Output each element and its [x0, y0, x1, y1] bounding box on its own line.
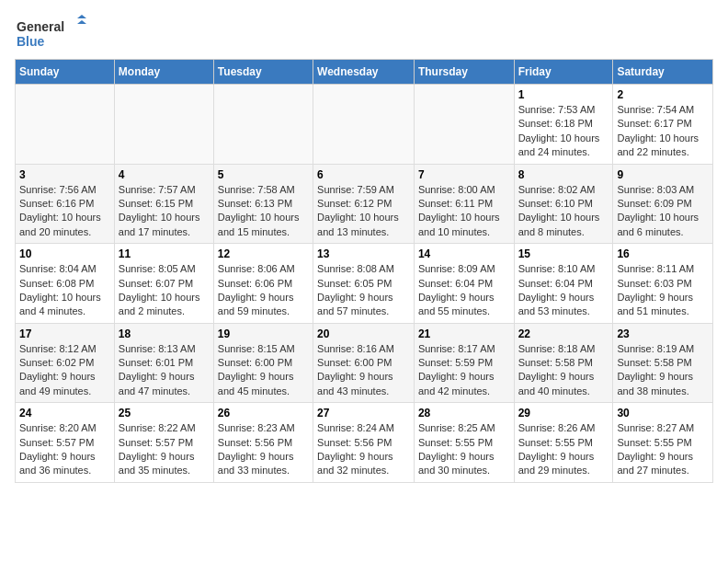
- calendar-cell: 19 Sunrise: 8:15 AM Sunset: 6:00 PM Dayl…: [213, 323, 313, 403]
- logo: General Blue: [15, 15, 88, 52]
- calendar-week-row: 10 Sunrise: 8:04 AM Sunset: 6:08 PM Dayl…: [16, 244, 713, 324]
- calendar-cell: 8 Sunrise: 8:02 AM Sunset: 6:10 PM Dayli…: [514, 164, 613, 244]
- weekday-header: Wednesday: [313, 60, 415, 85]
- calendar-cell: [16, 85, 115, 165]
- day-number: 10: [19, 247, 110, 260]
- calendar-cell: [313, 85, 415, 165]
- calendar-cell: 5 Sunrise: 7:58 AM Sunset: 6:13 PM Dayli…: [213, 164, 313, 244]
- calendar-cell: 25 Sunrise: 8:22 AM Sunset: 5:57 PM Dayl…: [114, 403, 213, 483]
- calendar-cell: 18 Sunrise: 8:13 AM Sunset: 6:01 PM Dayl…: [114, 323, 213, 403]
- day-info: Sunrise: 7:53 AM Sunset: 6:18 PM Dayligh…: [518, 103, 609, 160]
- day-info: Sunrise: 8:17 AM Sunset: 5:59 PM Dayligh…: [418, 342, 510, 399]
- day-info: Sunrise: 8:02 AM Sunset: 6:10 PM Dayligh…: [518, 183, 609, 240]
- calendar-header: SundayMondayTuesdayWednesdayThursdayFrid…: [16, 60, 713, 85]
- weekday-header: Friday: [514, 60, 613, 85]
- calendar-cell: 10 Sunrise: 8:04 AM Sunset: 6:08 PM Dayl…: [16, 244, 115, 324]
- day-info: Sunrise: 8:09 AM Sunset: 6:04 PM Dayligh…: [418, 262, 510, 319]
- day-info: Sunrise: 7:54 AM Sunset: 6:17 PM Dayligh…: [617, 103, 709, 160]
- svg-marker-3: [77, 20, 86, 24]
- calendar-cell: 30 Sunrise: 8:27 AM Sunset: 5:55 PM Dayl…: [613, 403, 713, 483]
- weekday-header: Saturday: [613, 60, 713, 85]
- calendar-cell: 15 Sunrise: 8:10 AM Sunset: 6:04 PM Dayl…: [514, 244, 613, 324]
- calendar-cell: 17 Sunrise: 8:12 AM Sunset: 6:02 PM Dayl…: [16, 323, 115, 403]
- svg-text:Blue: Blue: [17, 34, 45, 49]
- calendar-cell: 24 Sunrise: 8:20 AM Sunset: 5:57 PM Dayl…: [16, 403, 115, 483]
- day-number: 27: [317, 407, 410, 419]
- calendar-cell: 13 Sunrise: 8:08 AM Sunset: 6:05 PM Dayl…: [313, 244, 415, 324]
- day-number: 2: [617, 88, 709, 101]
- weekday-header: Monday: [114, 60, 213, 85]
- day-number: 7: [418, 168, 510, 181]
- day-number: 21: [418, 327, 510, 340]
- day-info: Sunrise: 7:56 AM Sunset: 6:16 PM Dayligh…: [19, 183, 110, 240]
- day-info: Sunrise: 8:12 AM Sunset: 6:02 PM Dayligh…: [19, 342, 110, 399]
- calendar-week-row: 3 Sunrise: 7:56 AM Sunset: 6:16 PM Dayli…: [16, 164, 713, 244]
- day-info: Sunrise: 8:20 AM Sunset: 5:57 PM Dayligh…: [19, 421, 110, 478]
- day-number: 14: [418, 247, 510, 260]
- day-number: 24: [19, 407, 110, 419]
- calendar-cell: 4 Sunrise: 7:57 AM Sunset: 6:15 PM Dayli…: [114, 164, 213, 244]
- weekday-header: Thursday: [414, 60, 514, 85]
- calendar-cell: [114, 85, 213, 165]
- day-info: Sunrise: 8:26 AM Sunset: 5:55 PM Dayligh…: [518, 421, 609, 478]
- calendar-cell: 20 Sunrise: 8:16 AM Sunset: 6:00 PM Dayl…: [313, 323, 415, 403]
- day-number: 8: [518, 168, 609, 181]
- day-number: 16: [617, 247, 709, 260]
- day-info: Sunrise: 8:11 AM Sunset: 6:03 PM Dayligh…: [617, 262, 709, 319]
- day-info: Sunrise: 8:08 AM Sunset: 6:05 PM Dayligh…: [317, 262, 410, 319]
- svg-marker-2: [77, 15, 86, 18]
- calendar-cell: [213, 85, 313, 165]
- day-number: 30: [617, 407, 709, 419]
- weekday-header: Tuesday: [213, 60, 313, 85]
- day-number: 26: [218, 407, 309, 419]
- day-info: Sunrise: 7:58 AM Sunset: 6:13 PM Dayligh…: [218, 183, 309, 240]
- calendar-cell: 27 Sunrise: 8:24 AM Sunset: 5:56 PM Dayl…: [313, 403, 415, 483]
- calendar-cell: 14 Sunrise: 8:09 AM Sunset: 6:04 PM Dayl…: [414, 244, 514, 324]
- calendar-cell: 28 Sunrise: 8:25 AM Sunset: 5:55 PM Dayl…: [414, 403, 514, 483]
- day-info: Sunrise: 8:24 AM Sunset: 5:56 PM Dayligh…: [317, 421, 410, 478]
- day-number: 1: [518, 88, 609, 101]
- calendar-week-row: 17 Sunrise: 8:12 AM Sunset: 6:02 PM Dayl…: [16, 323, 713, 403]
- calendar-table: SundayMondayTuesdayWednesdayThursdayFrid…: [15, 59, 713, 483]
- day-info: Sunrise: 8:18 AM Sunset: 5:58 PM Dayligh…: [518, 342, 609, 399]
- calendar-cell: [414, 85, 514, 165]
- calendar-cell: 11 Sunrise: 8:05 AM Sunset: 6:07 PM Dayl…: [114, 244, 213, 324]
- day-info: Sunrise: 8:15 AM Sunset: 6:00 PM Dayligh…: [218, 342, 309, 399]
- day-number: 23: [617, 327, 709, 340]
- day-number: 19: [218, 327, 309, 340]
- calendar-cell: 16 Sunrise: 8:11 AM Sunset: 6:03 PM Dayl…: [613, 244, 713, 324]
- calendar-cell: 29 Sunrise: 8:26 AM Sunset: 5:55 PM Dayl…: [514, 403, 613, 483]
- day-info: Sunrise: 8:04 AM Sunset: 6:08 PM Dayligh…: [19, 262, 110, 319]
- day-info: Sunrise: 8:13 AM Sunset: 6:01 PM Dayligh…: [119, 342, 210, 399]
- calendar-cell: 3 Sunrise: 7:56 AM Sunset: 6:16 PM Dayli…: [16, 164, 115, 244]
- day-number: 20: [317, 327, 410, 340]
- calendar-cell: 12 Sunrise: 8:06 AM Sunset: 6:06 PM Dayl…: [213, 244, 313, 324]
- day-number: 11: [119, 247, 210, 260]
- calendar-cell: 7 Sunrise: 8:00 AM Sunset: 6:11 PM Dayli…: [414, 164, 514, 244]
- day-number: 9: [617, 168, 709, 181]
- day-info: Sunrise: 8:10 AM Sunset: 6:04 PM Dayligh…: [518, 262, 609, 319]
- day-number: 29: [518, 407, 609, 419]
- day-number: 12: [218, 247, 309, 260]
- day-number: 3: [19, 168, 110, 181]
- day-info: Sunrise: 8:00 AM Sunset: 6:11 PM Dayligh…: [418, 183, 510, 240]
- day-info: Sunrise: 8:23 AM Sunset: 5:56 PM Dayligh…: [218, 421, 309, 478]
- day-number: 15: [518, 247, 609, 260]
- day-info: Sunrise: 8:06 AM Sunset: 6:06 PM Dayligh…: [218, 262, 309, 319]
- calendar-cell: 6 Sunrise: 7:59 AM Sunset: 6:12 PM Dayli…: [313, 164, 415, 244]
- header-row: SundayMondayTuesdayWednesdayThursdayFrid…: [16, 60, 713, 85]
- calendar-cell: 26 Sunrise: 8:23 AM Sunset: 5:56 PM Dayl…: [213, 403, 313, 483]
- day-number: 4: [119, 168, 210, 181]
- day-number: 13: [317, 247, 410, 260]
- calendar-cell: 9 Sunrise: 8:03 AM Sunset: 6:09 PM Dayli…: [613, 164, 713, 244]
- day-number: 28: [418, 407, 510, 419]
- calendar-week-row: 24 Sunrise: 8:20 AM Sunset: 5:57 PM Dayl…: [16, 403, 713, 483]
- calendar-body: 1 Sunrise: 7:53 AM Sunset: 6:18 PM Dayli…: [16, 85, 713, 483]
- calendar-cell: 22 Sunrise: 8:18 AM Sunset: 5:58 PM Dayl…: [514, 323, 613, 403]
- day-info: Sunrise: 8:25 AM Sunset: 5:55 PM Dayligh…: [418, 421, 510, 478]
- weekday-header: Sunday: [16, 60, 115, 85]
- day-info: Sunrise: 8:03 AM Sunset: 6:09 PM Dayligh…: [617, 183, 709, 240]
- day-info: Sunrise: 8:22 AM Sunset: 5:57 PM Dayligh…: [119, 421, 210, 478]
- day-info: Sunrise: 8:16 AM Sunset: 6:00 PM Dayligh…: [317, 342, 410, 399]
- calendar-cell: 21 Sunrise: 8:17 AM Sunset: 5:59 PM Dayl…: [414, 323, 514, 403]
